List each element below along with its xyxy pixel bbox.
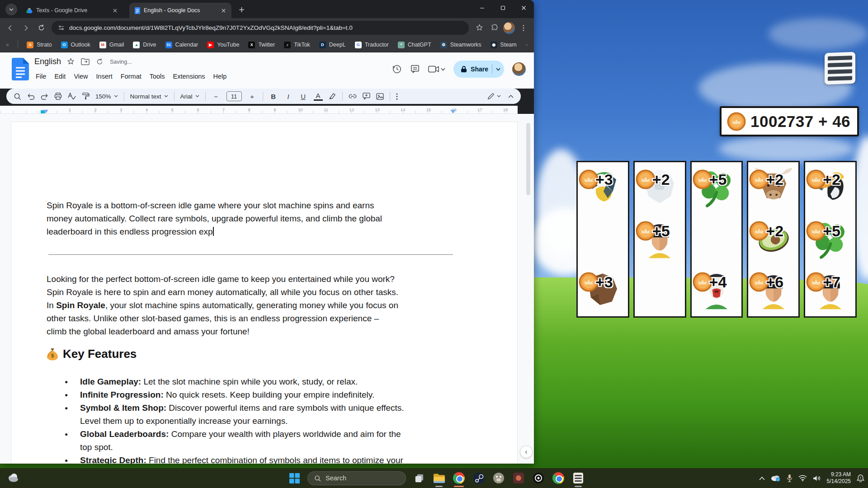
share-button[interactable]: Share — [453, 61, 504, 78]
collapse-toolbar-icon[interactable] — [508, 94, 514, 98]
taskbar-app-icon-1[interactable] — [492, 471, 505, 485]
collapse-side-button[interactable]: ‹ — [520, 446, 533, 458]
microphone-icon[interactable] — [787, 474, 793, 482]
share-dropdown-icon[interactable] — [496, 68, 500, 71]
taskbar-app-icon-3[interactable] — [532, 471, 545, 485]
bookmark-item[interactable]: ▲ Drive — [133, 42, 156, 48]
maximize-button[interactable] — [492, 0, 513, 15]
right-indent-marker[interactable] — [450, 110, 456, 113]
forward-button[interactable] — [19, 21, 33, 35]
font-select[interactable]: Arial — [180, 93, 199, 100]
document-title[interactable]: English — [34, 57, 61, 66]
game-menu-button[interactable] — [825, 52, 855, 84]
account-avatar[interactable] — [512, 62, 526, 76]
search-icon[interactable] — [14, 93, 21, 100]
bookmark-item[interactable]: ▶ YouTube — [207, 42, 239, 48]
reload-button[interactable] — [34, 21, 48, 35]
new-tab-button[interactable] — [235, 3, 248, 16]
browser-profile-avatar[interactable] — [503, 22, 515, 34]
version-history-icon[interactable] — [392, 64, 402, 74]
bookmark-item[interactable]: 31 Calendar — [165, 42, 198, 48]
bookmark-item[interactable]: ⚙ Steamworks — [440, 42, 481, 48]
wifi-icon[interactable] — [798, 475, 807, 481]
menu-item[interactable]: Insert — [93, 71, 116, 81]
print-icon[interactable] — [54, 93, 62, 100]
left-indent-marker[interactable] — [43, 110, 48, 113]
notifications-bell-icon[interactable]: z — [857, 474, 864, 482]
video-call-icon[interactable] — [428, 65, 439, 74]
ruler-number: 8 — [236, 107, 262, 112]
underline-button[interactable]: U — [299, 93, 308, 100]
increase-font-button[interactable]: + — [248, 93, 257, 100]
more-tools-icon[interactable] — [396, 93, 398, 100]
windows-start-icon — [289, 473, 300, 484]
minimize-button[interactable] — [472, 0, 492, 15]
bookmark-item[interactable]: G Traductor — [355, 42, 389, 48]
volume-icon[interactable] — [813, 475, 821, 482]
insert-link-button[interactable] — [349, 94, 357, 99]
italic-button[interactable]: I — [284, 93, 293, 100]
tray-overflow-icon[interactable] — [759, 476, 765, 480]
chevron-down-icon[interactable] — [441, 68, 445, 71]
menu-item[interactable]: View — [71, 71, 91, 81]
bookmark-item[interactable]: * ChatGPT — [398, 42, 431, 48]
add-comment-button[interactable] — [363, 93, 370, 100]
insert-image-button[interactable] — [376, 93, 384, 100]
tab-texts-google-drive[interactable]: Texts - Google Drive — [21, 3, 123, 18]
move-folder-icon[interactable] — [81, 58, 90, 66]
onedrive-icon[interactable]: i — [771, 474, 781, 482]
bookmark-item[interactable]: ♪ TikTok — [284, 42, 310, 48]
menu-item[interactable]: Help — [210, 71, 230, 81]
back-button[interactable] — [4, 21, 17, 35]
bookmark-item[interactable]: D DeepL — [319, 42, 346, 48]
spellcheck-icon[interactable] — [68, 93, 76, 100]
editing-mode-select[interactable] — [487, 93, 501, 100]
zoom-select[interactable]: 150% — [95, 93, 118, 100]
steam-button[interactable] — [472, 471, 486, 485]
bookmark-star-button[interactable] — [472, 21, 486, 35]
font-size-input[interactable]: 11 — [226, 91, 242, 101]
chrome-button[interactable] — [452, 471, 466, 485]
bookmark-item[interactable]: X Twitter — [248, 42, 275, 48]
task-view-button[interactable] — [412, 471, 426, 485]
text-color-button[interactable]: A — [314, 92, 323, 101]
bookmark-item[interactable]: O Outlook — [61, 42, 90, 48]
menu-item[interactable]: Extensions — [170, 71, 208, 81]
menu-item[interactable]: Tools — [146, 71, 168, 81]
comments-icon[interactable] — [410, 64, 420, 74]
start-button[interactable] — [288, 471, 301, 485]
star-document-icon[interactable] — [67, 58, 75, 66]
bookmark-item[interactable]: M Gmail — [99, 42, 124, 48]
menu-item[interactable]: Format — [118, 71, 145, 81]
paint-format-icon[interactable] — [82, 93, 90, 100]
vertical-scrollbar-thumb[interactable] — [526, 123, 530, 195]
extensions-button[interactable] — [488, 21, 501, 35]
file-explorer-button[interactable] — [432, 471, 446, 485]
taskbar-clock[interactable]: 9:23 AM 5/14/2025 — [827, 471, 851, 485]
bookmarks-overflow-icon[interactable] — [526, 42, 528, 48]
menu-item[interactable]: Edit — [51, 71, 69, 81]
document-page[interactable]: Spin Royale is a bottom-of-screen idle g… — [11, 122, 518, 464]
browser-menu-button[interactable] — [517, 21, 530, 35]
address-bar[interactable]: docs.google.com/document/d/1W8l2TLqVyTcb… — [52, 21, 469, 35]
taskbar-app-icon-2[interactable] — [512, 471, 525, 485]
decrease-font-button[interactable]: − — [212, 93, 221, 100]
taskbar-search[interactable]: Search — [307, 471, 406, 485]
bold-button[interactable]: B — [269, 93, 278, 100]
redo-icon[interactable] — [41, 93, 48, 100]
paragraph-style-select[interactable]: Normal text — [130, 93, 168, 100]
close-window-button[interactable] — [513, 0, 534, 15]
widgets-weather-icon[interactable] — [6, 471, 20, 484]
taskbar-app-icon-4[interactable] — [552, 471, 565, 485]
tab-close-button[interactable] — [220, 7, 227, 14]
apps-grid-icon[interactable] — [6, 42, 9, 48]
tab-english-google-docs[interactable]: English - Google Docs — [129, 3, 231, 18]
tab-close-button[interactable] — [111, 7, 118, 14]
undo-icon[interactable] — [27, 93, 35, 100]
game-taskbar-button[interactable] — [571, 471, 585, 485]
tab-search-button[interactable] — [5, 4, 17, 15]
bookmark-item[interactable]: ◉ Steam — [491, 42, 517, 48]
menu-item[interactable]: File — [33, 71, 49, 81]
highlight-color-button[interactable] — [329, 93, 336, 100]
bookmark-item[interactable]: S Strato — [27, 42, 52, 48]
